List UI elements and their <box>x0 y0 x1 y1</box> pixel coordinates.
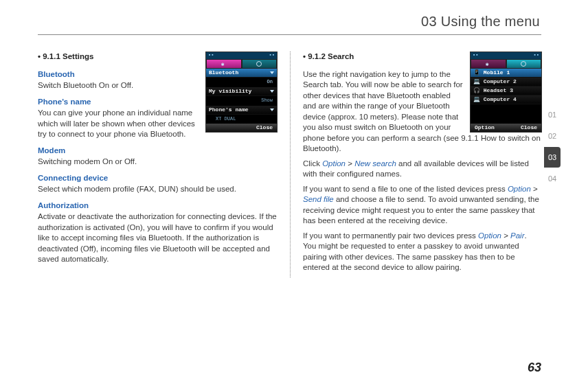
option-link: Option <box>478 231 501 240</box>
chapter-tab-01[interactable]: 01 <box>544 104 561 125</box>
search-tab-icon <box>242 59 278 69</box>
head-connecting-device: Connecting device <box>38 173 278 184</box>
chapter-tab-02[interactable]: 02 <box>544 126 561 146</box>
head-authorization: Authorization <box>38 201 278 212</box>
settings-screenshot: ▪▪▪▪ ✱ Bluetooth On My visibility Show P… <box>205 52 278 133</box>
page-content: ▪▪▪▪ ✱ Bluetooth On My visibility Show P… <box>38 52 542 277</box>
screenshot-row-visibility: My visibility <box>206 87 277 96</box>
screenshot-value-on: On <box>206 78 277 87</box>
search-tab-icon <box>506 59 542 69</box>
softkey-right: Close <box>521 124 537 132</box>
chapter-header: 03 Using the menu <box>421 12 540 31</box>
left-column: ▪▪▪▪ ✱ Bluetooth On My visibility Show P… <box>38 52 290 277</box>
body-authorization: Activate or deactivate the authorization… <box>38 212 278 265</box>
device-row-4: 💻 Computer 4 <box>471 95 541 104</box>
device-row-3: 🎧 Headset 3 <box>471 87 541 95</box>
chapter-tab-03[interactable]: 03 <box>544 147 561 168</box>
search-p3: If you want to send a file to one of the… <box>303 184 542 227</box>
body-connecting-device: Select which modem profile (FAX, DUN) sh… <box>38 184 278 195</box>
search-p4: If you want to permanently pair two devi… <box>303 231 542 273</box>
option-link: Option <box>322 159 346 168</box>
bluetooth-tab-icon: ✱ <box>471 59 506 69</box>
pair-link: Pair <box>510 231 524 240</box>
body-modem: Switching modem On or Off. <box>38 157 278 168</box>
page-number: 63 <box>528 359 541 376</box>
screenshot-value-show: Show <box>206 96 277 106</box>
screenshot-value-xtdual: XT DUAL <box>206 115 277 124</box>
softkey-left: Option <box>475 124 495 132</box>
header-rule <box>38 34 541 35</box>
search-p2: Click Option > New search and all availa… <box>303 159 542 180</box>
screenshot-row-bluetooth: Bluetooth <box>206 69 277 78</box>
new-search-link: New search <box>354 159 396 168</box>
softkey-right: Close <box>256 124 273 132</box>
search-screenshot: ▪▪▪▪ ✱ 📱 Mobile 1 💻 Computer 2 🎧 Headset… <box>470 52 542 133</box>
bluetooth-tab-icon: ✱ <box>206 59 242 69</box>
chapter-tabs: 01 02 03 04 <box>544 104 561 190</box>
device-row-2: 💻 Computer 2 <box>471 78 541 87</box>
device-row-1: 📱 Mobile 1 <box>471 69 541 78</box>
option-link: Option <box>508 185 531 193</box>
head-modem: Modem <box>38 146 278 157</box>
right-column: ▪▪▪▪ ✱ 📱 Mobile 1 💻 Computer 2 🎧 Headset… <box>290 52 542 277</box>
chapter-tab-04[interactable]: 04 <box>544 168 561 189</box>
send-file-link: Send file <box>303 195 334 203</box>
screenshot-row-phonename: Phone's name <box>206 106 277 115</box>
